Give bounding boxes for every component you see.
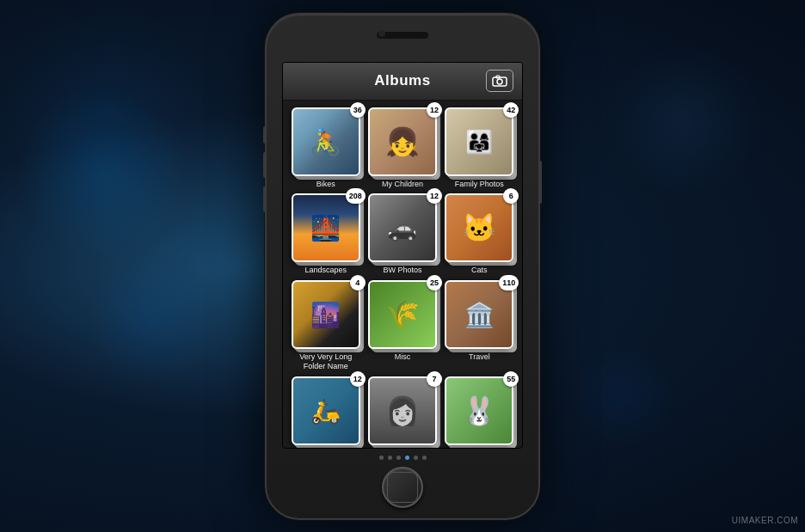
album-item-landscapes[interactable]: 208Landscapes	[290, 193, 361, 275]
album-thumb-wrap: 7	[368, 376, 437, 445]
album-count: 36	[350, 102, 366, 118]
album-thumb-portrait	[368, 376, 437, 445]
album-count: 25	[427, 275, 442, 290]
album-thumb-children	[368, 107, 437, 176]
album-item-children[interactable]: 12My Children	[366, 107, 438, 189]
camera-button[interactable]	[486, 70, 513, 92]
page-dot-3[interactable]	[405, 456, 409, 460]
album-thumb-wrap: 55	[445, 376, 513, 445]
album-item-rabbit[interactable]: 55	[444, 376, 515, 448]
album-count: 4	[350, 275, 366, 290]
albums-grid: 36Bikes12My Children42Family Photos208La…	[283, 101, 522, 448]
album-thumb-bikes	[292, 107, 360, 176]
album-count: 12	[350, 371, 366, 387]
album-count: 55	[503, 371, 519, 387]
page-dot-2[interactable]	[396, 456, 401, 460]
page-dot-4[interactable]	[414, 456, 418, 460]
album-thumb-wrap: 12	[368, 107, 437, 176]
home-button-inner	[387, 472, 418, 503]
mute-button[interactable]	[263, 126, 267, 144]
front-camera	[378, 30, 385, 37]
power-button[interactable]	[538, 161, 542, 204]
album-item-bw[interactable]: 12BW Photos	[366, 193, 438, 275]
album-label: Landscapes	[304, 266, 347, 275]
album-count: 7	[427, 371, 442, 387]
album-thumb-cats	[445, 193, 513, 262]
album-thumb-wrap: 208	[292, 193, 360, 262]
album-label: Bikes	[316, 180, 335, 189]
album-item-bikes[interactable]: 36Bikes	[290, 107, 361, 189]
album-thumb-wrap: 36	[292, 107, 360, 176]
album-thumb-travel	[445, 280, 513, 349]
page-dot-0[interactable]	[379, 456, 384, 460]
page-dots	[379, 456, 427, 460]
album-item-cats[interactable]: 6Cats	[444, 193, 515, 275]
album-count: 12	[427, 102, 442, 118]
album-thumb-wrap: 12	[368, 193, 437, 262]
album-thumb-landscapes	[292, 193, 360, 262]
album-label: Very Very Long Folder Name	[299, 352, 352, 371]
screen: Albums 36Bikes12My Children42Family Phot…	[282, 62, 523, 449]
volume-up-button[interactable]	[263, 152, 267, 178]
album-item-misc[interactable]: 25Misc	[366, 280, 438, 371]
album-thumb-wrap: 6	[445, 193, 513, 262]
album-count: 110	[499, 275, 519, 290]
album-thumb-rabbit	[445, 376, 513, 445]
album-label: My Children	[382, 180, 423, 189]
album-item-family[interactable]: 42Family Photos	[444, 107, 515, 189]
album-thumb-wrap: 4	[292, 280, 360, 349]
album-thumb-wrap: 110	[445, 280, 513, 349]
album-thumb-wrap: 42	[445, 107, 513, 176]
album-label: BW Photos	[383, 266, 421, 275]
iphone-device: Albums 36Bikes12My Children42Family Phot…	[265, 13, 540, 520]
album-label: Family Photos	[455, 180, 504, 189]
album-label: Misc	[395, 352, 411, 362]
album-label: Travel	[469, 352, 490, 362]
nav-title: Albums	[374, 72, 430, 89]
page-dot-5[interactable]	[422, 456, 427, 460]
volume-down-button[interactable]	[263, 187, 267, 212]
album-thumb-wrap: 25	[368, 280, 437, 349]
svg-point-1	[497, 79, 502, 84]
album-item-city[interactable]: 4Very Very Long Folder Name	[290, 280, 361, 371]
album-thumb-family	[445, 107, 513, 176]
album-item-travel[interactable]: 110Travel	[444, 280, 515, 371]
album-count: 12	[427, 188, 442, 204]
album-thumb-wrap: 12	[292, 376, 360, 445]
album-item-portrait[interactable]: 7	[366, 376, 438, 448]
home-area	[267, 449, 538, 518]
album-thumb-misc	[368, 280, 437, 349]
nav-bar: Albums	[283, 63, 522, 101]
album-thumb-city	[292, 280, 360, 349]
album-thumb-bw	[368, 193, 437, 262]
album-item-scooter[interactable]: 12	[290, 376, 361, 448]
watermark: UIMAKER.COM	[732, 516, 798, 525]
album-thumb-scooter	[292, 376, 360, 445]
album-label: Cats	[471, 266, 488, 275]
page-dot-1[interactable]	[388, 456, 392, 460]
album-count: 6	[503, 188, 519, 204]
album-count: 42	[503, 102, 519, 118]
album-count: 208	[346, 188, 366, 204]
home-button[interactable]	[382, 467, 423, 508]
